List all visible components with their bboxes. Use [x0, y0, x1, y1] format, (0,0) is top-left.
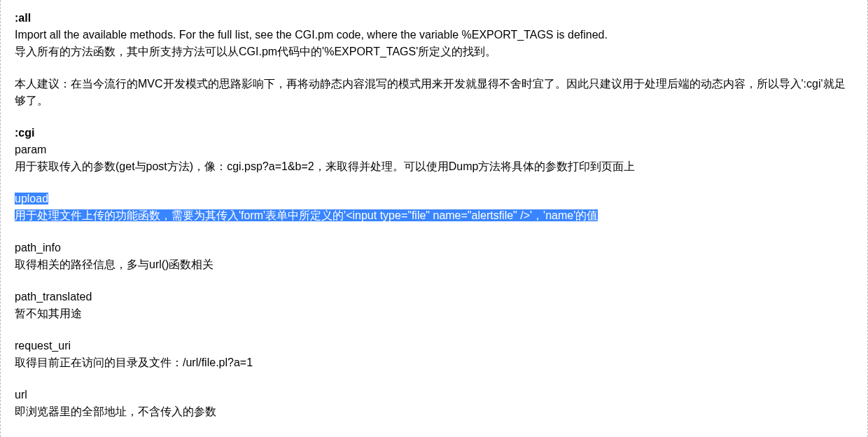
text-line: 导入所有的方法函数，其中所支持方法可以从CGI.pm代码中的'%EXPORT_T…	[15, 43, 853, 60]
text-line: 用于处理文件上传的功能函数，需要为其传入'form'表单中所定义的'<input…	[15, 207, 853, 224]
doc-container: :allImport all the available methods. Fo…	[0, 0, 868, 437]
text-line: :all	[15, 10, 853, 27]
section: request_uri取得目前正在访问的目录及文件：/url/file.pl?a…	[15, 338, 853, 371]
text-line: 取得目前正在访问的目录及文件：/url/file.pl?a=1	[15, 354, 853, 371]
text-line: 用于获取传入的参数(get与post方法)，像：cgi.psp?a=1&b=2，…	[15, 158, 853, 175]
text-line: :cgi	[15, 125, 853, 141]
text-line: param	[15, 141, 853, 158]
section: upload用于处理文件上传的功能函数，需要为其传入'form'表单中所定义的'…	[15, 190, 853, 224]
text-line: url	[15, 387, 853, 403]
text-line: path_translated	[15, 289, 853, 305]
text-line: path_info	[15, 240, 853, 256]
section: path_translated暂不知其用途	[15, 289, 853, 322]
text-line: 本人建议：在当今流行的MVC开发模式的思路影响下，再将动静态内容混写的模式用来开…	[15, 76, 853, 109]
text-line: 即浏览器里的全部地址，不含传入的参数	[15, 403, 853, 420]
section: :allImport all the available methods. Fo…	[15, 10, 853, 60]
text-line: upload	[15, 190, 853, 207]
text-line: 暂不知其用途	[15, 305, 853, 322]
highlighted-text: upload	[15, 193, 48, 204]
text-line: Import all the available methods. For th…	[15, 27, 853, 43]
highlighted-text: 用于处理文件上传的功能函数，需要为其传入'form'表单中所定义的'<input…	[15, 209, 598, 221]
text-line: request_uri	[15, 338, 853, 354]
section: :cgiparam用于获取传入的参数(get与post方法)，像：cgi.psp…	[15, 125, 853, 175]
section: 本人建议：在当今流行的MVC开发模式的思路影响下，再将动静态内容混写的模式用来开…	[15, 76, 853, 109]
section: url即浏览器里的全部地址，不含传入的参数	[15, 387, 853, 420]
section: path_info取得相关的路径信息，多与url()函数相关	[15, 240, 853, 273]
text-line: 取得相关的路径信息，多与url()函数相关	[15, 256, 853, 273]
